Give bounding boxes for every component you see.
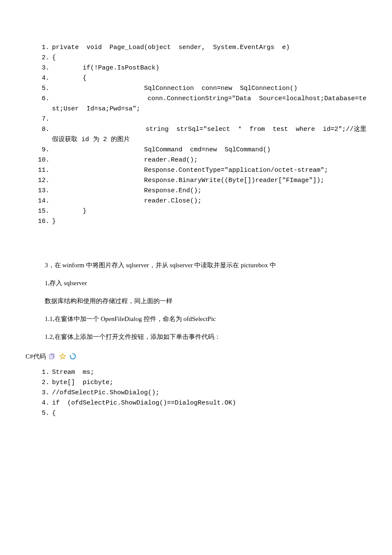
line-number: 2. <box>26 53 52 63</box>
code-block-2: 1. Stream ms; 2. byte[] picbyte; 3. //of… <box>26 367 366 419</box>
code-line: 16. } <box>26 217 366 227</box>
code-line: 3. if(!Page.IsPostBack) <box>26 63 366 73</box>
code-text: SqlCommand cmd=new SqlCommand() <box>52 145 366 155</box>
line-number: 5. <box>26 84 52 94</box>
code-line: 12. Response.BinaryWrite((Byte[])reader[… <box>26 176 366 186</box>
code-text: conn.ConnectionString="Data Source=local… <box>52 94 366 114</box>
code-text: private void Page_Load(object sender, Sy… <box>52 43 366 53</box>
line-number: 15. <box>26 206 52 217</box>
code-text: { <box>52 408 366 419</box>
code-text: reader.Read(); <box>52 155 366 165</box>
paragraph: 1.1,在窗体中加一个 OpenFileDialog 控件，命名为 ofdSel… <box>26 314 366 324</box>
code-line: 2. byte[] picbyte; <box>26 378 366 388</box>
line-number: 5. <box>26 408 52 419</box>
code-line: 14. reader.Close(); <box>26 196 366 206</box>
paragraph: 数据库结构和使用的存储过程，同上面的一样 <box>26 296 366 306</box>
code-block-1: 1. private void Page_Load(object sender,… <box>26 43 366 227</box>
code-line: 6. conn.ConnectionString="Data Source=lo… <box>26 94 366 114</box>
code-line: 1. Stream ms; <box>26 367 366 378</box>
code-text: byte[] picbyte; <box>52 378 366 388</box>
code-language-label: C#代码 <box>26 351 46 361</box>
code-text: if (ofdSelectPic.ShowDialog()==DialogRes… <box>52 398 366 408</box>
code-text: Response.End(); <box>52 186 366 196</box>
code-text: Stream ms; <box>52 367 366 378</box>
line-number: 11. <box>26 165 52 176</box>
code-line: 7. <box>26 114 366 124</box>
code-line: 2. { <box>26 53 366 63</box>
line-number: 9. <box>26 145 52 155</box>
code-text: { <box>52 73 366 84</box>
line-number: 1. <box>26 367 52 378</box>
paragraph: 3，在 winform 中将图片存入 sqlserver，并从 sqlserve… <box>26 260 366 270</box>
code-line: 10. reader.Read(); <box>26 155 366 165</box>
line-number: 12. <box>26 176 52 186</box>
line-number: 4. <box>26 398 52 408</box>
code-line: 4. if (ofdSelectPic.ShowDialog()==Dialog… <box>26 398 366 408</box>
code-text: } <box>52 217 366 227</box>
paragraph: 1.2,在窗体上添加一个打开文件按钮，添加如下单击事件代码： <box>26 332 366 342</box>
code-text: Response.ContentType="application/octet-… <box>52 165 366 176</box>
code-line: 8. string strSql="select * from test whe… <box>26 124 366 145</box>
line-number: 8. <box>26 124 52 135</box>
line-number: 13. <box>26 186 52 196</box>
star-icon[interactable] <box>59 353 66 360</box>
code-line: 5. SqlConnection conn=new SqlConnection(… <box>26 84 366 94</box>
code-text: { <box>52 53 366 63</box>
code-line: 5. { <box>26 408 366 419</box>
code-text: } <box>52 206 366 217</box>
line-number: 7. <box>26 114 52 124</box>
line-number: 14. <box>26 196 52 206</box>
code-text <box>52 114 366 124</box>
line-number: 16. <box>26 217 52 227</box>
code-line: 15. } <box>26 206 366 217</box>
code-line: 1. private void Page_Load(object sender,… <box>26 43 366 53</box>
document-page: 1. private void Page_Load(object sender,… <box>0 0 392 457</box>
line-number: 4. <box>26 73 52 84</box>
code-text: string strSql="select * from test where … <box>52 124 366 145</box>
line-number: 2. <box>26 378 52 388</box>
line-number: 3. <box>26 63 52 73</box>
line-number: 6. <box>26 94 52 104</box>
line-number: 10. <box>26 155 52 165</box>
copy-icon[interactable] <box>49 353 56 360</box>
code-text: SqlConnection conn=new SqlConnection() <box>52 84 366 94</box>
code-line: 11. Response.ContentType="application/oc… <box>26 165 366 176</box>
code-line: 9. SqlCommand cmd=new SqlCommand() <box>26 145 366 155</box>
code-text: //ofdSelectPic.ShowDialog(); <box>52 388 366 398</box>
line-number: 1. <box>26 43 52 53</box>
code-text: Response.BinaryWrite((Byte[])reader["FIm… <box>52 176 366 186</box>
code-text: reader.Close(); <box>52 196 366 206</box>
paragraph: 1,存入 sqlserver <box>26 278 366 288</box>
svg-rect-1 <box>49 355 53 359</box>
code-line: 13. Response.End(); <box>26 186 366 196</box>
code-text: if(!Page.IsPostBack) <box>52 63 366 73</box>
code-line: 4. { <box>26 73 366 84</box>
loading-spinner-icon <box>69 353 77 360</box>
code-label-row: C#代码 <box>26 351 366 361</box>
code-line: 3. //ofdSelectPic.ShowDialog(); <box>26 388 366 398</box>
line-number: 3. <box>26 388 52 398</box>
